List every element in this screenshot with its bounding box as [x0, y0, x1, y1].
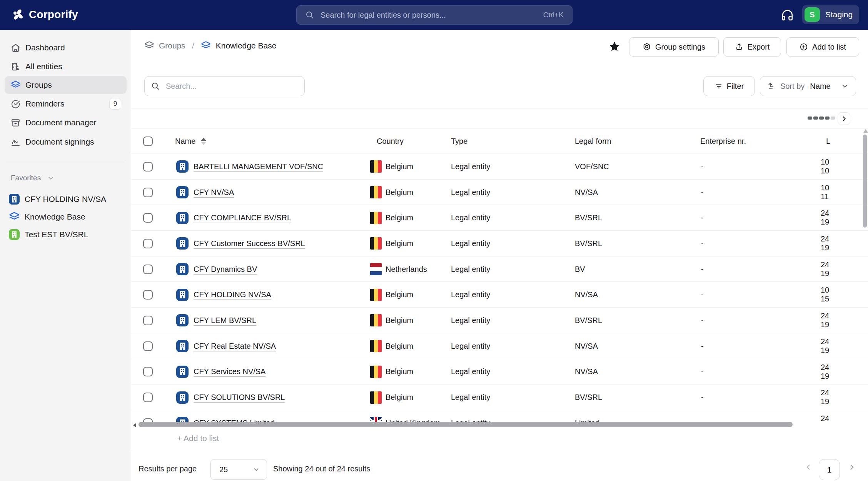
favorite-item-knowledge-base[interactable]: Knowledge Base — [5, 208, 127, 225]
sidebar-item-dashboard[interactable]: Dashboard — [5, 39, 127, 57]
entity-name-link[interactable]: CFY HOLDING NV/SA — [194, 290, 271, 299]
row-checkbox[interactable] — [143, 418, 153, 422]
country-flag-icon — [370, 314, 382, 326]
hscroll-left-arrow[interactable] — [133, 423, 136, 428]
table-row[interactable]: CFY Services NV/SA Belgium Legal entity … — [131, 359, 868, 385]
entity-name-link[interactable]: CFY LEM BV/SRL — [194, 316, 256, 325]
entity-name-link[interactable]: CFY Dynamics BV — [194, 265, 257, 274]
row-checkbox[interactable] — [143, 213, 153, 223]
headset-icon[interactable] — [781, 9, 794, 22]
sidebar-item-all-entities[interactable]: All entities — [5, 58, 127, 75]
table-row[interactable]: CFY SYSTEMS Limited United Kingdom Legal… — [131, 410, 868, 422]
type-cell: Legal entity — [451, 180, 490, 205]
type-cell: Legal entity — [451, 384, 490, 410]
enterprise-cell: - — [701, 333, 704, 359]
favorite-star-icon[interactable] — [608, 40, 621, 53]
vscroll-up-arrow[interactable] — [863, 129, 868, 133]
table-row[interactable]: CFY SOLUTIONS BV/SRL Belgium Legal entit… — [131, 384, 868, 410]
export-label: Export — [748, 43, 770, 52]
row-checkbox[interactable] — [143, 162, 153, 171]
enterprise-cell: - — [701, 282, 704, 308]
sidebar-item-document-signings[interactable]: Document signings — [5, 133, 127, 151]
enterprise-cell: - — [701, 256, 704, 282]
entity-name-link[interactable]: BARTELLI MANAGEMENT VOF/SNC — [194, 162, 323, 171]
type-cell: Legal entity — [451, 256, 490, 282]
row-checkbox[interactable] — [143, 239, 153, 248]
favorites-header[interactable]: Favorites — [11, 174, 55, 182]
table-row[interactable]: BARTELLI MANAGEMENT VOF/SNC Belgium Lega… — [131, 154, 868, 180]
column-header-last[interactable]: L — [826, 128, 830, 154]
row-checkbox[interactable] — [143, 265, 153, 274]
favorite-item-cfy-holding[interactable]: CFY HOLDING NV/SA — [5, 191, 127, 208]
table-row[interactable]: CFY COMPLIANCE BV/SRL Belgium Legal enti… — [131, 205, 868, 231]
entity-name-link[interactable]: CFY COMPLIANCE BV/SRL — [194, 213, 291, 222]
layers-icon — [201, 41, 211, 51]
sort-button[interactable]: Sort by Name — [760, 76, 856, 96]
row-checkbox[interactable] — [143, 393, 153, 402]
settings-icon — [643, 43, 651, 51]
favorite-item-label: CFY HOLDING NV/SA — [25, 195, 106, 204]
entity-name-link[interactable]: CFY Services NV/SA — [194, 367, 265, 376]
pagination-page-button[interactable]: 1 — [819, 459, 840, 480]
type-cell: Legal entity — [451, 282, 490, 308]
country-flag-icon — [370, 289, 382, 301]
entity-name-link[interactable]: CFY SOLUTIONS BV/SRL — [194, 393, 285, 402]
table-row[interactable]: CFY LEM BV/SRL Belgium Legal entity BV/S… — [131, 308, 868, 333]
pagination-next-icon[interactable] — [848, 463, 856, 471]
vertical-scrollbar[interactable] — [863, 135, 867, 228]
signature-icon — [11, 137, 20, 147]
column-header-enterprise[interactable]: Enterprise nr. — [700, 128, 746, 154]
search-icon — [151, 82, 160, 91]
type-cell: Legal entity — [451, 308, 490, 333]
filter-button[interactable]: Filter — [703, 76, 755, 96]
favorite-item-label: Test EST BV/SRL — [25, 230, 88, 239]
table-row[interactable]: CFY Dynamics BV Netherlands Legal entity… — [131, 256, 868, 282]
sort-arrows-icon[interactable] — [201, 138, 206, 145]
row-checkbox[interactable] — [143, 367, 153, 376]
building-icon — [176, 340, 189, 352]
export-button[interactable]: Export — [723, 37, 781, 57]
entity-name-link[interactable]: CFY Customer Success BV/SRL — [194, 239, 305, 248]
table-body: BARTELLI MANAGEMENT VOF/SNC Belgium Lega… — [131, 154, 868, 422]
group-settings-button[interactable]: Group settings — [629, 37, 719, 57]
horizontal-scrollbar[interactable] — [139, 422, 793, 427]
select-all-checkbox[interactable] — [143, 136, 153, 146]
enterprise-cell: - — [701, 180, 704, 205]
table-row[interactable]: CFY Customer Success BV/SRL Belgium Lega… — [131, 231, 868, 256]
row-checkbox[interactable] — [143, 341, 153, 351]
entity-name-link[interactable]: CFY Real Estate NV/SA — [194, 342, 276, 351]
sidebar-item-label: All entities — [25, 62, 62, 71]
column-header-country[interactable]: Country — [377, 128, 404, 154]
entity-name-link[interactable]: CFY NV/SA — [194, 188, 234, 197]
enterprise-cell: - — [701, 308, 704, 333]
country-cell-label: Belgium — [386, 188, 413, 197]
breadcrumb-current: Knowledge Base — [216, 41, 277, 50]
column-header-type[interactable]: Type — [451, 128, 467, 154]
table-row[interactable]: CFY HOLDING NV/SA Belgium Legal entity N… — [131, 282, 868, 308]
last-col-cell: 2419 — [821, 384, 830, 410]
results-per-page-select[interactable]: 25 — [210, 459, 267, 480]
entity-name-link[interactable]: CFY SYSTEMS Limited — [194, 419, 275, 422]
row-checkbox[interactable] — [143, 290, 153, 300]
column-header-legal-form[interactable]: Legal form — [575, 128, 611, 154]
favorite-item-test-est[interactable]: Test EST BV/SRL — [5, 226, 127, 243]
list-search-input[interactable]: Search... — [144, 76, 305, 96]
building-icon — [176, 237, 189, 250]
column-header-name[interactable]: Name — [175, 128, 206, 154]
add-to-list-link[interactable]: + Add to list — [177, 434, 219, 443]
global-search-input[interactable]: Search for legal entities or persons... … — [296, 5, 573, 25]
pagination-prev-icon[interactable] — [804, 463, 813, 471]
sidebar-item-document-manager[interactable]: Document manager — [5, 114, 127, 131]
favorite-item-label: Knowledge Base — [25, 212, 85, 221]
table-row[interactable]: CFY Real Estate NV/SA Belgium Legal enti… — [131, 333, 868, 359]
breadcrumb-parent[interactable]: Groups — [159, 41, 185, 50]
add-to-list-button[interactable]: Add to list — [786, 37, 859, 57]
sidebar-item-groups[interactable]: Groups — [5, 76, 127, 94]
brand-logo[interactable]: Corporify — [11, 8, 78, 22]
sidebar-item-reminders[interactable]: Reminders 9 — [5, 95, 127, 113]
row-checkbox[interactable] — [143, 188, 153, 197]
row-checkbox[interactable] — [143, 316, 153, 325]
pager-next-button[interactable] — [838, 112, 850, 125]
table-row[interactable]: CFY NV/SA Belgium Legal entity NV/SA - 1… — [131, 180, 868, 205]
environment-switcher[interactable]: S Staging — [802, 5, 859, 24]
